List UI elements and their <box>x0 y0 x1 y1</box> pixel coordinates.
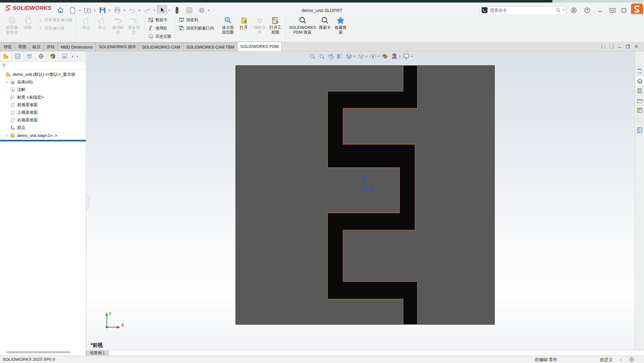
tree-item[interactable]: 实体(45) <box>0 78 86 86</box>
ribbon-zoom-selection-button[interactable]: 放大所选范围 <box>220 15 236 35</box>
ribbon-row-label: 数据卡 <box>156 17 168 23</box>
customize-status[interactable]: 自定义 <box>600 357 613 363</box>
tab--[interactable]: 草图 <box>15 42 29 51</box>
resize-grip[interactable] <box>638 357 643 362</box>
hu-edit-appearance-button[interactable] <box>381 52 390 61</box>
ribbon-row-label: 获取最新修订版 <box>45 17 73 23</box>
new-doc-dropdown[interactable] <box>78 6 82 15</box>
status-globe-icon[interactable] <box>629 357 634 362</box>
tree-item[interactable]: demo_unit (默认) <<默认>_显示状 <box>0 71 86 78</box>
panel-tab-scroll-arrow-left-small[interactable] <box>70 51 75 61</box>
ribbon-open-drawing-button[interactable]: 打开工程图 <box>267 15 283 35</box>
taskpane-tp-design-library-button[interactable] <box>635 86 644 96</box>
panel-horizontal-scrollbar[interactable] <box>6 351 70 353</box>
search-icon[interactable] <box>556 8 561 13</box>
panel-splitter-handle[interactable] <box>86 196 89 209</box>
expand-arrow-icon[interactable] <box>5 80 10 84</box>
taskpane-tp-sync-button[interactable] <box>635 66 644 76</box>
tab--[interactable]: 评估 <box>43 42 58 51</box>
search-input[interactable] <box>489 8 554 13</box>
panel-tab-scroll-arrow-right-small[interactable] <box>75 51 80 61</box>
taskpane-tp-home-button[interactable] <box>635 76 644 86</box>
status-caret-up-icon[interactable] <box>619 358 623 362</box>
dock-left-button[interactable] <box>601 44 606 49</box>
tab-solidworks-pdm[interactable]: SOLIDWORKS PDM <box>237 42 282 51</box>
tab--[interactable]: 标注 <box>29 42 44 51</box>
ribbon-open-file-button[interactable]: 打开 <box>236 15 252 30</box>
doc-close-button[interactable] <box>634 44 639 49</box>
ribbon-browse-to-button[interactable]: 浏览到 <box>177 16 216 24</box>
hu-previous-view-button[interactable] <box>326 52 335 61</box>
taskpane-tp-appearances-button[interactable] <box>635 115 644 125</box>
taskpane-tp-view-palette-button[interactable] <box>635 106 644 115</box>
taskpane-tp-file-explorer-button[interactable] <box>635 96 644 106</box>
ribbon-data-card-button[interactable]: 数据卡 <box>147 16 173 24</box>
graphics-viewport[interactable]: Y X *前视 <box>87 51 635 350</box>
stretch-window-button[interactable] <box>609 7 616 14</box>
print-dropdown[interactable] <box>123 6 126 15</box>
maximize-button[interactable] <box>621 7 627 14</box>
tab--[interactable]: 特征 <box>1 42 15 51</box>
search-dropdown-caret[interactable] <box>563 10 564 11</box>
doc-minimize-button[interactable] <box>617 44 622 49</box>
ribbon-button-label: 收藏搜索 <box>335 25 347 35</box>
ribbon-search-card-button[interactable]: 搜索卡 <box>317 15 333 30</box>
doc-restore-button[interactable] <box>625 44 631 49</box>
ribbon-where-used-button[interactable]: 使用处 <box>147 24 173 32</box>
settings-gear-dropdown[interactable] <box>207 6 211 15</box>
dock-right-button[interactable] <box>609 44 614 49</box>
tree-item[interactable]: demo_unit.step<1> -> <box>0 132 86 139</box>
panel-tab-dimxpert[interactable] <box>35 51 47 61</box>
tab-mbd-dimensions[interactable]: MBD Dimensions <box>58 42 96 51</box>
status-bar: SOLIDWORKS 2025 SP0.0 在编辑 零件 自定义 <box>0 356 644 363</box>
motion-study-tab[interactable]: 动算例 1 <box>86 350 108 356</box>
tab-solidworks-cam-tbm[interactable]: SOLIDWORKS CAM TBM <box>183 42 237 51</box>
panel-tab-cam-tree[interactable] <box>59 51 70 61</box>
tree-item[interactable]: 上视基准面 <box>0 109 86 116</box>
undo-dropdown[interactable] <box>138 6 141 15</box>
hu-zoom-fit-button[interactable] <box>308 52 317 61</box>
expand-arrow-icon[interactable] <box>5 133 10 138</box>
ribbon-pdm-search-button[interactable]: SOLIDWORKSPDM 搜索 <box>288 15 317 35</box>
hu-display-style-button[interactable] <box>357 52 369 61</box>
tree-item[interactable]: 前视基准面 <box>0 101 86 109</box>
hu-section-view-button[interactable] <box>335 52 345 61</box>
open-folder-dropdown[interactable] <box>93 6 97 15</box>
tab-solidworks-[interactable]: SOLIDWORKS 插件 <box>95 42 139 51</box>
tree-item[interactable]: 原点 <box>0 124 86 132</box>
terminal-icon <box>481 7 488 13</box>
panel-tab-display-manager[interactable] <box>47 51 59 61</box>
tree-item[interactable]: 右视基准面 <box>0 116 86 124</box>
hu-hide-show-button[interactable] <box>369 52 381 61</box>
filter-funnel-icon[interactable] <box>2 63 7 68</box>
hu-apply-scene-button[interactable] <box>390 52 402 61</box>
minimize-button[interactable] <box>597 7 604 14</box>
rollback-bar[interactable] <box>0 140 86 141</box>
save-dropdown[interactable] <box>108 6 112 15</box>
tree-item[interactable]: 材质 <未指定> <box>0 94 86 101</box>
tab-solidworks-cam[interactable]: SOLIDWORKS CAM <box>139 42 184 51</box>
redo-dropdown[interactable] <box>152 6 156 15</box>
account-icon[interactable] <box>570 7 577 14</box>
ribbon-browse-new-window-button[interactable]: 浏览到新窗口内 <box>177 24 216 32</box>
command-search[interactable] <box>480 6 566 14</box>
feature-tree-part-icon <box>3 53 9 60</box>
where-used-icon <box>148 25 154 31</box>
hu-view-settings-button[interactable] <box>402 52 414 61</box>
hu-view-orientation-button[interactable] <box>345 52 357 61</box>
help-icon[interactable]: ? <box>584 7 590 14</box>
brand-flyout-icon[interactable] <box>48 6 52 11</box>
tree-filter-input[interactable] <box>8 62 84 69</box>
taskpane-tp-custom-properties-button[interactable] <box>635 125 644 135</box>
panel-tab-configurations[interactable] <box>23 51 35 61</box>
hu-zoom-area-button[interactable] <box>317 52 326 61</box>
panel-tab-property-manager[interactable] <box>12 51 23 61</box>
new-doc-icon <box>69 6 77 14</box>
part-front-view[interactable] <box>235 65 495 325</box>
ribbon-history-button[interactable]: 历史记载 <box>147 32 173 41</box>
solidworks-brand: SOLIDWORKS <box>4 5 51 12</box>
ribbon-favorite-search-button[interactable]: 收藏搜索 <box>333 15 349 35</box>
tree-item[interactable]: A注解 <box>0 86 86 94</box>
panel-tab-feature-tree-part[interactable] <box>0 51 12 61</box>
select-cursor-dropdown[interactable] <box>167 6 171 15</box>
